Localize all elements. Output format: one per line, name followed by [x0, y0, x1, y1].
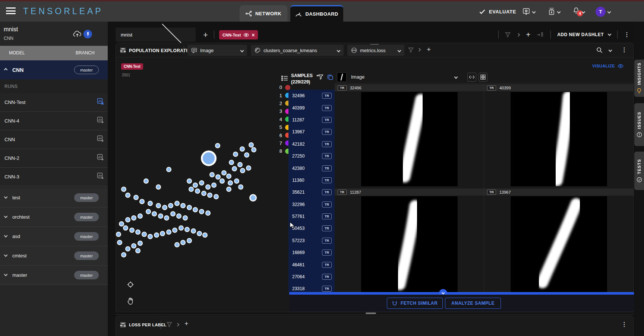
sidebar-run-cnn-4[interactable]: CNN-4	[0, 112, 108, 130]
sample-row-40399[interactable]: 40399 TR	[288, 102, 335, 114]
scatter-point[interactable]	[183, 215, 188, 221]
dashboard-remove-icon[interactable]	[97, 98, 104, 107]
scatter-point[interactable]	[197, 231, 202, 236]
sidebar-branch-cmtest[interactable]: cmtest master	[0, 246, 108, 266]
scatter-point[interactable]	[142, 232, 147, 237]
pin-icon[interactable]	[83, 30, 92, 38]
dashboard-add-icon[interactable]	[97, 172, 104, 181]
scatter-point[interactable]	[251, 147, 256, 152]
scatter-point-large[interactable]	[249, 194, 257, 202]
kebab-menu-icon[interactable]: ⋮	[621, 47, 627, 53]
scatter-point[interactable]	[191, 228, 196, 234]
display-select[interactable]: Image	[187, 45, 247, 56]
scatter-point-selected[interactable]	[201, 150, 217, 166]
sidebar-branch-orchtest[interactable]: orchtest master	[0, 207, 108, 227]
scatter-point[interactable]	[205, 184, 211, 190]
project-select[interactable]: mnist	[116, 28, 196, 42]
scatter-point[interactable]	[125, 217, 130, 222]
scatter-point[interactable]	[187, 238, 192, 243]
scatter-point[interactable]	[121, 187, 126, 192]
grid-layout-icon[interactable]	[479, 73, 487, 82]
scatter-point[interactable]	[215, 143, 220, 148]
add-version-button[interactable]: +	[203, 30, 208, 40]
fit-width-icon[interactable]	[467, 73, 476, 82]
visualize-button[interactable]: VISUALIZE	[592, 64, 624, 68]
filter-icon[interactable]	[167, 322, 172, 327]
dashboard-add-icon[interactable]	[97, 154, 104, 162]
color-by-select[interactable]: clusters_coarse_kmeans	[251, 45, 344, 56]
sidebar-item-model-cnn[interactable]: CNN master	[0, 60, 108, 79]
assistant-menu[interactable]	[522, 1, 535, 22]
mnist-digit-image-13967[interactable]	[511, 196, 607, 292]
size-by-select[interactable]: metrics.loss	[347, 45, 404, 56]
sample-row-32496[interactable]: 32496 TR	[288, 90, 335, 102]
scatter-point[interactable]	[148, 201, 153, 206]
chevron-right-icon[interactable]	[417, 48, 421, 52]
scatter-point[interactable]	[180, 240, 186, 245]
scatter-point[interactable]	[249, 142, 254, 148]
scatter-point[interactable]	[220, 178, 225, 184]
scatter-point[interactable]	[116, 232, 121, 237]
scatter-point[interactable]	[172, 228, 177, 233]
sidebar-branch-test[interactable]: test master	[0, 188, 108, 207]
scatter-point[interactable]	[125, 193, 130, 198]
scatter-point[interactable]	[174, 242, 180, 247]
panel-resize-divider[interactable]	[108, 311, 634, 316]
analyze-sample-button[interactable]: ANALYZE SAMPLE	[445, 298, 501, 309]
sidebar-run-cnn-3[interactable]: CNN-3	[0, 168, 108, 186]
scatter-point[interactable]	[121, 252, 126, 257]
scatter-point[interactable]	[238, 184, 243, 190]
scatter-point[interactable]	[226, 174, 231, 179]
mnist-digit-image-11287[interactable]	[361, 196, 458, 292]
scatter-point[interactable]	[205, 210, 211, 216]
tab-network[interactable]: NETWORK	[240, 5, 287, 22]
scatter-point[interactable]	[209, 172, 215, 177]
scatter-point[interactable]	[133, 195, 139, 200]
chevron-right-icon[interactable]	[517, 33, 520, 37]
scatter-point[interactable]	[131, 215, 136, 221]
scatter-point[interactable]	[164, 215, 169, 221]
kebab-menu-icon[interactable]: ⋮	[621, 321, 627, 327]
legend-list-icon[interactable]	[281, 75, 288, 81]
scatter-point[interactable]	[143, 178, 149, 184]
add-new-dashlet-button[interactable]: ADD NEW DASHLET	[557, 32, 611, 37]
scatter-point[interactable]	[184, 227, 190, 232]
sample-row-27250[interactable]: 27250 TR	[288, 150, 335, 162]
notifications-menu[interactable]: 4	[572, 1, 585, 22]
scatter-point[interactable]	[215, 174, 221, 180]
scatter-point[interactable]	[119, 221, 124, 226]
chevron-down-icon[interactable]	[454, 75, 458, 79]
scatter-point[interactable]	[187, 178, 192, 184]
sample-row-23318[interactable]: 23318 TR	[288, 283, 335, 292]
sidebar-run-cnn[interactable]: CNN	[0, 130, 108, 149]
scatter-point[interactable]	[240, 168, 245, 173]
scatter-point[interactable]	[117, 240, 122, 245]
scatter-point[interactable]	[226, 187, 231, 192]
scatter-point[interactable]	[123, 225, 128, 231]
sample-row-11360[interactable]: 11360 TR	[288, 174, 335, 186]
mnist-digit-image-40399[interactable]	[511, 92, 607, 186]
scatter-point[interactable]	[131, 243, 136, 248]
sidebar-run-cnn-test[interactable]: CNN-Test	[0, 93, 108, 112]
scatter-point[interactable]	[170, 211, 176, 216]
version-chip-cnn-test[interactable]: CNN-Test ×	[219, 30, 258, 39]
scatter-point[interactable]	[156, 203, 161, 208]
scatter-point[interactable]	[201, 191, 206, 196]
scatter-point[interactable]	[193, 183, 198, 188]
sidebar-branch-master[interactable]: master master	[0, 266, 108, 285]
filter-arrow-icon[interactable]	[316, 74, 323, 80]
scatter-point[interactable]	[233, 152, 238, 157]
recenter-target-icon[interactable]	[126, 280, 135, 289]
scatter-point[interactable]	[244, 152, 249, 158]
sample-row-42182[interactable]: 42182 TR	[288, 138, 335, 150]
sample-row-32296[interactable]: 32296 TR	[288, 199, 335, 210]
kebab-menu-icon[interactable]: ⋮	[624, 32, 630, 38]
scatter-point[interactable]	[234, 178, 239, 184]
scatter-point[interactable]	[146, 209, 151, 214]
scatter-point[interactable]	[193, 207, 198, 212]
copy-icon[interactable]	[327, 74, 333, 80]
fetch-similar-button[interactable]: FETCH SIMILAR	[387, 298, 443, 309]
scatter-point[interactable]	[229, 160, 234, 165]
tab-dashboard[interactable]: DASHBOARD	[290, 5, 343, 22]
scatter-point[interactable]	[166, 167, 171, 172]
